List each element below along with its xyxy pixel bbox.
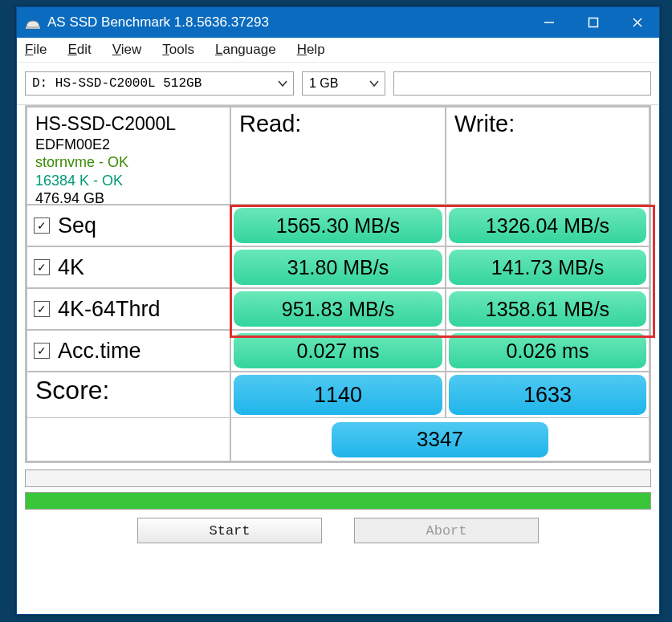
drive-select-value: D: HS-SSD-C2000L 512GB	[32, 76, 202, 91]
acc-label: Acc.time	[58, 339, 141, 364]
write-header: Write:	[446, 107, 650, 205]
maximize-button[interactable]	[571, 7, 615, 38]
row-4k: ✓ 4K 31.80 MB/s 141.73 MB/s	[26, 246, 650, 288]
menu-edit[interactable]: Edit	[67, 42, 91, 58]
fourk-write-value: 141.73 MB/s	[449, 250, 646, 285]
fourk-checkbox[interactable]: ✓	[34, 259, 50, 275]
row-4k64: ✓ 4K-64Thrd 951.83 MB/s 1358.61 MB/s	[26, 288, 650, 330]
acc-write-value: 0.026 ms	[449, 333, 646, 368]
menu-view[interactable]: View	[112, 42, 142, 58]
toolbar-textbox[interactable]	[393, 71, 651, 96]
close-button[interactable]	[615, 7, 659, 38]
progress-bar-current	[25, 470, 651, 487]
size-select[interactable]: 1 GB	[302, 71, 385, 96]
row-acc: ✓ Acc.time 0.027 ms 0.026 ms	[26, 330, 650, 372]
fourkthr-read-value: 951.83 MB/s	[234, 291, 442, 327]
menubar: FFileile Edit View Tools Language Help	[17, 38, 659, 63]
fourkthr-checkbox[interactable]: ✓	[34, 301, 50, 317]
fourk-label: 4K	[58, 255, 84, 280]
score-label: Score:	[26, 372, 230, 418]
drive-firmware: EDFM00E2	[35, 136, 230, 154]
svg-rect-0	[26, 26, 40, 29]
minimize-button[interactable]	[527, 7, 571, 38]
progress-bar-overall	[25, 492, 651, 510]
drive-info-cell: HS-SSD-C2000L EDFM00E2 stornvme - OK 163…	[26, 107, 230, 205]
header-row: HS-SSD-C2000L EDFM00E2 stornvme - OK 163…	[26, 107, 650, 205]
fourkthr-write-value: 1358.61 MB/s	[449, 291, 646, 327]
window-title: AS SSD Benchmark 1.8.5636.37293	[47, 14, 527, 30]
acc-read-value: 0.027 ms	[234, 333, 442, 368]
app-window: AS SSD Benchmark 1.8.5636.37293 FFileile…	[16, 6, 660, 615]
progress-area	[25, 470, 651, 510]
toolbar: D: HS-SSD-C2000L 512GB 1 GB	[17, 63, 659, 105]
score-total-value: 3347	[332, 422, 548, 457]
start-button[interactable]: Start	[137, 518, 322, 543]
fourk-read-value: 31.80 MB/s	[234, 250, 442, 285]
seq-checkbox[interactable]: ✓	[34, 217, 50, 234]
results-grid: HS-SSD-C2000L EDFM00E2 stornvme - OK 163…	[25, 105, 651, 463]
content-area: HS-SSD-C2000L EDFM00E2 stornvme - OK 163…	[17, 105, 659, 614]
row-score: Score: 1140 1633	[26, 372, 650, 418]
acc-checkbox[interactable]: ✓	[34, 343, 50, 359]
drive-model: HS-SSD-C2000L	[35, 112, 230, 136]
chevron-down-icon	[369, 78, 380, 89]
seq-label-cell: ✓ Seq	[26, 205, 230, 246]
menu-help[interactable]: Help	[297, 42, 325, 58]
menu-file[interactable]: FFileile	[25, 42, 47, 58]
score-read-value: 1140	[234, 375, 442, 415]
window-controls	[527, 7, 659, 38]
drive-select[interactable]: D: HS-SSD-C2000L 512GB	[25, 71, 294, 96]
row-seq: ✓ Seq 1565.30 MB/s 1326.04 MB/s	[26, 205, 650, 246]
seq-label: Seq	[58, 213, 96, 238]
seq-read-value: 1565.30 MB/s	[234, 208, 442, 243]
row-score-total: 3347	[26, 418, 650, 461]
button-row: Start Abort	[25, 518, 651, 543]
read-header: Read:	[230, 107, 446, 205]
size-select-value: 1 GB	[309, 76, 338, 91]
titlebar[interactable]: AS SSD Benchmark 1.8.5636.37293	[17, 7, 659, 38]
abort-button: Abort	[354, 518, 539, 543]
drive-alignment-status: 16384 K - OK	[35, 172, 230, 190]
menu-tools[interactable]: Tools	[162, 42, 194, 58]
drive-driver-status: stornvme - OK	[35, 153, 230, 172]
seq-write-value: 1326.04 MB/s	[449, 208, 646, 243]
svg-rect-2	[589, 18, 597, 27]
fourkthr-label: 4K-64Thrd	[58, 297, 161, 322]
chevron-down-icon	[277, 78, 288, 89]
menu-language[interactable]: Language	[215, 42, 276, 58]
score-write-value: 1633	[449, 375, 646, 415]
app-icon	[25, 16, 41, 29]
